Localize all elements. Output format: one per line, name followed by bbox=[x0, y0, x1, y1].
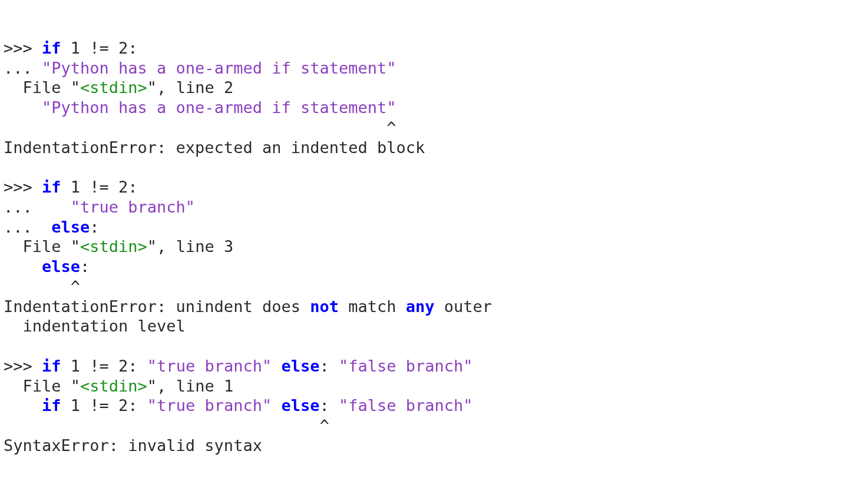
code-line bbox=[4, 336, 862, 356]
code-line: indentation level bbox=[4, 316, 862, 336]
code-line: ^ bbox=[4, 118, 862, 138]
code-line bbox=[4, 157, 862, 177]
code-line: SyntaxError: invalid syntax bbox=[4, 436, 862, 456]
code-line: File "<stdin>", line 3 bbox=[4, 237, 862, 257]
code-line: else: bbox=[4, 257, 862, 277]
code-line: ... "true branch" bbox=[4, 197, 862, 217]
code-line: ... "Python has a one-armed if statement… bbox=[4, 58, 862, 78]
code-line: ^ bbox=[4, 277, 862, 297]
code-block: >>> if 1 != 2:... "Python has a one-arme… bbox=[4, 38, 862, 456]
code-line: >>> if 1 != 2: "true branch" else: "fals… bbox=[4, 356, 862, 376]
code-line: >>> if 1 != 2: bbox=[4, 38, 862, 58]
code-line: File "<stdin>", line 2 bbox=[4, 78, 862, 98]
code-line: IndentationError: unindent does not matc… bbox=[4, 297, 862, 317]
code-line: ... else: bbox=[4, 217, 862, 237]
code-line: ^ bbox=[4, 416, 862, 436]
code-line: >>> if 1 != 2: bbox=[4, 177, 862, 197]
code-line: if 1 != 2: "true branch" else: "false br… bbox=[4, 396, 862, 416]
code-line: File "<stdin>", line 1 bbox=[4, 376, 862, 396]
code-line: IndentationError: expected an indented b… bbox=[4, 138, 862, 158]
code-line: "Python has a one-armed if statement" bbox=[4, 98, 862, 118]
